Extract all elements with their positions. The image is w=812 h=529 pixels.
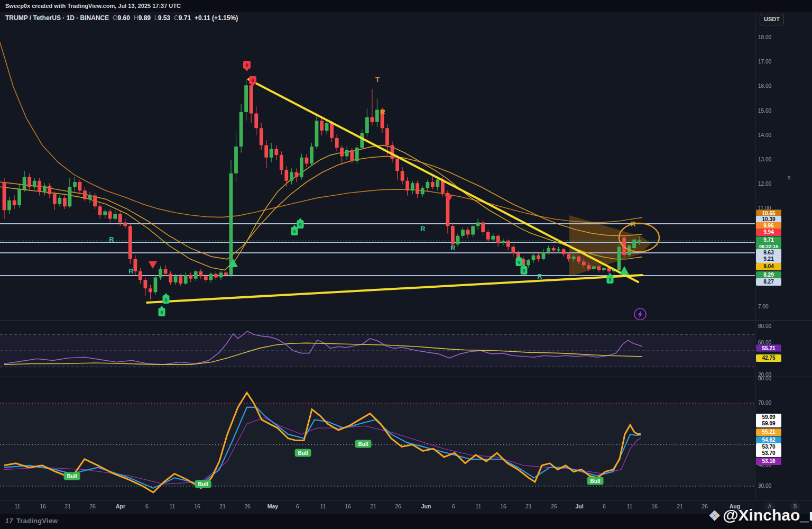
time-axis-day[interactable]: 6 <box>603 503 606 509</box>
time-axis-day[interactable]: 21 <box>525 503 532 509</box>
author-watermark: ❖@Xinchao_mi <box>708 506 812 524</box>
axis-tick: 18.00 <box>758 34 771 41</box>
bottom-bar <box>0 514 812 529</box>
time-axis-day[interactable]: 26 <box>702 503 708 509</box>
time-axis-day[interactable]: 11 <box>627 503 633 509</box>
price-badge: 54.62 <box>756 436 781 444</box>
axis-tick: 7.00 <box>758 304 768 310</box>
price-badge: 55.21 <box>756 344 781 352</box>
axis-tick: 15.00 <box>758 108 771 114</box>
panel-separator-2[interactable] <box>0 377 812 377</box>
time-axis-day[interactable]: 11 <box>476 503 482 509</box>
price-badge: 59.09 <box>756 420 781 427</box>
price-axis-separator[interactable] <box>755 12 755 500</box>
tradingview-logo-text: TradingView <box>16 517 58 525</box>
time-axis-day[interactable]: 6 <box>145 503 149 509</box>
axis-tick: 80.00 <box>758 323 771 330</box>
axis-note-zero: 0 <box>788 175 790 180</box>
price-badge: 42.75 <box>756 354 781 362</box>
price-badge: 53.16 <box>756 458 781 465</box>
price-badge: 8.27 <box>756 278 781 286</box>
axis-tick: 16.00 <box>758 83 771 89</box>
bull-signal-badge: Bull <box>295 449 311 457</box>
author-handle: @Xinchao_mi <box>723 506 812 524</box>
time-axis-day[interactable]: 6 <box>452 503 455 509</box>
price-badge: 55.21 <box>756 428 781 436</box>
time-axis-day[interactable]: 16 <box>500 503 506 509</box>
binance-diamond-icon: ❖ <box>708 508 721 524</box>
time-axis-day[interactable]: 26 <box>395 503 401 509</box>
time-axis-separator[interactable] <box>0 500 812 500</box>
price-badge: 9.94 <box>756 229 781 236</box>
time-axis-day[interactable]: 21 <box>677 503 683 509</box>
time-axis-day[interactable]: 11 <box>170 503 176 509</box>
time-axis-day[interactable]: 26 <box>89 503 96 509</box>
axis-tick: 30.00 <box>758 483 771 489</box>
time-axis-day[interactable]: 16 <box>651 503 658 509</box>
time-axis-day[interactable]: 21 <box>219 503 226 509</box>
axis-overlay: 18.0017.0016.0015.0014.0013.0012.0011.00… <box>0 0 812 529</box>
time-axis-day[interactable]: 21 <box>370 503 376 509</box>
time-axis-day[interactable]: 11 <box>15 503 21 509</box>
time-axis-day[interactable]: 16 <box>194 503 200 509</box>
time-axis-month[interactable]: May <box>267 503 278 509</box>
axis-tick: 14.00 <box>758 132 771 139</box>
price-badge: 9.7106:22:15 <box>756 236 781 251</box>
axis-tick: 70.00 <box>758 400 771 406</box>
price-badge: 8.29 <box>756 271 781 279</box>
axis-tick: 17.00 <box>758 59 771 65</box>
time-axis-day[interactable]: 11 <box>320 503 326 509</box>
time-axis-day[interactable]: 16 <box>40 503 46 509</box>
time-axis-day[interactable]: 21 <box>64 503 71 509</box>
time-axis-day[interactable]: 6 <box>296 503 299 509</box>
panel-separator-1[interactable] <box>0 320 812 321</box>
tradingview-screenshot: Sweep0x created with TradingView.com, Ju… <box>0 0 812 529</box>
time-axis-day[interactable]: 26 <box>244 503 251 509</box>
bull-signal-badge: Bull <box>195 480 211 488</box>
tradingview-glyph-icon: 17 <box>5 517 14 525</box>
axis-tick: 13.00 <box>758 157 771 163</box>
axis-tick: 12.00 <box>758 181 771 187</box>
price-badge: 9.21 <box>756 256 781 263</box>
tradingview-logo[interactable]: 17TradingView <box>5 517 58 525</box>
bull-signal-badge: Bull <box>355 440 372 448</box>
time-axis-month[interactable]: Jul <box>575 503 583 509</box>
price-badge: 9.04 <box>756 263 781 270</box>
bull-signal-badge: Bull <box>587 477 604 485</box>
time-axis-day[interactable]: 26 <box>551 503 557 509</box>
time-axis-month[interactable]: Apr <box>116 503 125 509</box>
bull-signal-badge: Bull <box>64 472 80 480</box>
time-axis-day[interactable]: 16 <box>345 503 351 509</box>
price-badge: 53.70 <box>756 450 781 457</box>
time-axis-month[interactable]: Jun <box>421 503 431 509</box>
